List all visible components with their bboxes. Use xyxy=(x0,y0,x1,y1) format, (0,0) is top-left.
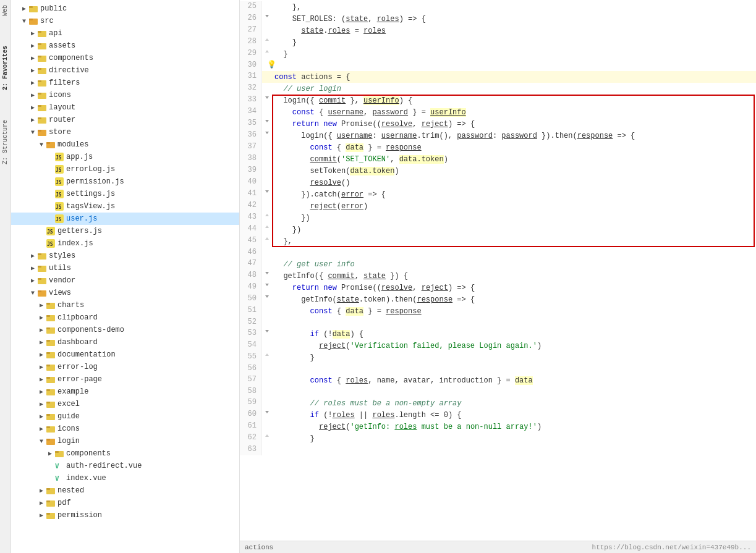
tree-item-settings.js[interactable]: JSsettings.js xyxy=(11,188,239,200)
tree-item-vendor[interactable]: ▶vendor xyxy=(11,274,239,287)
tree-arrow-icon[interactable]: ▶ xyxy=(28,252,37,260)
tree-arrow-icon[interactable]: ▶ xyxy=(20,5,28,12)
tree-item-permission[interactable]: ▶permission xyxy=(11,509,239,521)
fold-icon[interactable] xyxy=(262,305,272,317)
tree-item-store[interactable]: ▼store xyxy=(11,126,239,138)
fold-icon[interactable] xyxy=(262,106,272,118)
tree-arrow-icon[interactable]: ▶ xyxy=(37,302,46,309)
fold-icon[interactable] xyxy=(262,258,272,270)
tree-item-public[interactable]: ▶public xyxy=(11,2,239,15)
tree-item-charts[interactable]: ▶charts xyxy=(11,299,239,311)
tree-item-user.js[interactable]: JSuser.js xyxy=(11,213,239,225)
tree-arrow-icon[interactable]: ▶ xyxy=(37,351,46,358)
fold-icon[interactable] xyxy=(262,141,272,153)
tree-arrow-icon[interactable]: ▶ xyxy=(28,91,37,99)
tree-arrow-icon[interactable]: ▶ xyxy=(37,499,46,507)
tree-arrow-icon[interactable]: ▶ xyxy=(28,54,37,62)
fold-icon[interactable] xyxy=(262,270,272,282)
tree-item-nested[interactable]: ▶nested xyxy=(11,484,239,497)
fold-icon[interactable] xyxy=(262,83,272,95)
fold-icon[interactable] xyxy=(262,48,272,60)
fold-icon[interactable] xyxy=(262,421,272,433)
tree-arrow-icon[interactable]: ▶ xyxy=(37,326,46,334)
fold-icon[interactable] xyxy=(262,153,272,165)
tree-arrow-icon[interactable]: ▶ xyxy=(28,67,37,74)
tree-item-api[interactable]: ▶api xyxy=(11,27,239,40)
fold-icon[interactable] xyxy=(262,71,272,83)
fold-icon[interactable] xyxy=(262,212,272,224)
tree-item-app.js[interactable]: JSapp.js xyxy=(11,151,239,163)
fold-icon[interactable] xyxy=(262,328,272,340)
fold-icon[interactable] xyxy=(262,386,272,397)
tree-item-login[interactable]: ▼login xyxy=(11,435,239,447)
fold-icon[interactable] xyxy=(262,340,272,352)
tree-item-example[interactable]: ▶example xyxy=(11,386,239,398)
tree-arrow-icon[interactable]: ▼ xyxy=(28,290,37,297)
tree-arrow-icon[interactable]: ▶ xyxy=(46,450,54,457)
tree-item-error-page[interactable]: ▶error-page xyxy=(11,373,239,386)
tree-arrow-icon[interactable]: ▼ xyxy=(28,129,37,136)
vtab-favorites[interactable]: 2: Favorites xyxy=(1,43,10,93)
tree-arrow-icon[interactable]: ▶ xyxy=(37,376,46,383)
tree-arrow-icon[interactable]: ▼ xyxy=(20,18,28,25)
fold-icon[interactable] xyxy=(262,247,272,258)
fold-icon[interactable] xyxy=(262,374,272,386)
tree-arrow-icon[interactable]: ▶ xyxy=(37,425,46,433)
tree-item-icons[interactable]: ▶icons xyxy=(11,89,239,101)
fold-icon[interactable] xyxy=(262,409,272,421)
tree-item-layout[interactable]: ▶layout xyxy=(11,101,239,114)
tree-item-getters.js[interactable]: JSgetters.js xyxy=(11,225,239,237)
code-area[interactable]: 25 },26 SET_ROLES: (state, roles) => {27… xyxy=(240,0,756,541)
tree-item-router[interactable]: ▶router xyxy=(11,114,239,126)
tree-arrow-icon[interactable]: ▶ xyxy=(37,413,46,420)
fold-icon[interactable] xyxy=(262,165,272,177)
fold-icon[interactable] xyxy=(262,352,272,363)
fold-icon[interactable] xyxy=(262,118,272,130)
tree-arrow-icon[interactable]: ▶ xyxy=(37,400,46,408)
tree-item-clipboard[interactable]: ▶clipboard xyxy=(11,311,239,324)
tree-arrow-icon[interactable]: ▶ xyxy=(37,512,46,519)
tree-item-assets[interactable]: ▶assets xyxy=(11,40,239,52)
tree-arrow-icon[interactable]: ▶ xyxy=(37,363,46,371)
tree-item-src[interactable]: ▼src xyxy=(11,15,239,27)
tree-arrow-icon[interactable]: ▶ xyxy=(28,104,37,111)
tree-item-filters[interactable]: ▶filters xyxy=(11,77,239,89)
fold-icon[interactable] xyxy=(262,317,272,328)
vtab-web[interactable]: Web xyxy=(1,2,10,19)
tree-item-error-log[interactable]: ▶error-log xyxy=(11,361,239,373)
tree-item-index.js[interactable]: JSindex.js xyxy=(11,237,239,250)
fold-icon[interactable] xyxy=(262,25,272,36)
fold-icon[interactable] xyxy=(262,293,272,305)
tree-item-documentation[interactable]: ▶documentation xyxy=(11,348,239,361)
fold-icon[interactable] xyxy=(262,95,272,106)
tree-item-auth-redirect.vue[interactable]: Vauth-redirect.vue xyxy=(11,460,239,472)
fold-icon[interactable] xyxy=(262,363,272,374)
fold-icon[interactable] xyxy=(262,397,272,409)
fold-icon[interactable] xyxy=(262,200,272,212)
tree-item-components2[interactable]: ▶components xyxy=(11,447,239,460)
tree-item-tagsView.js[interactable]: JStagsView.js xyxy=(11,200,239,213)
fold-icon[interactable] xyxy=(262,130,272,141)
tree-item-index.vue[interactable]: Vindex.vue xyxy=(11,472,239,484)
tree-arrow-icon[interactable]: ▶ xyxy=(28,264,37,272)
tree-item-styles[interactable]: ▶styles xyxy=(11,250,239,262)
tree-item-modules[interactable]: ▼modules xyxy=(11,138,239,151)
tree-arrow-icon[interactable]: ▶ xyxy=(37,339,46,346)
tree-arrow-icon[interactable]: ▶ xyxy=(37,314,46,321)
tree-arrow-icon[interactable]: ▶ xyxy=(37,388,46,395)
tree-item-permission.js[interactable]: JSpermission.js xyxy=(11,175,239,188)
tree-arrow-icon[interactable]: ▼ xyxy=(37,438,46,445)
tree-item-guide[interactable]: ▶guide xyxy=(11,410,239,423)
tree-item-directive[interactable]: ▶directive xyxy=(11,64,239,77)
fold-icon[interactable] xyxy=(262,282,272,293)
fold-icon[interactable] xyxy=(262,235,272,247)
fold-icon[interactable] xyxy=(262,188,272,200)
tree-item-icons2[interactable]: ▶icons xyxy=(11,423,239,435)
tree-arrow-icon[interactable]: ▶ xyxy=(28,277,37,284)
vtab-structure[interactable]: Z: Structure xyxy=(1,117,10,167)
tree-item-components-demo[interactable]: ▶components-demo xyxy=(11,324,239,336)
tree-arrow-icon[interactable]: ▶ xyxy=(37,487,46,494)
tree-item-components[interactable]: ▶components xyxy=(11,52,239,64)
tree-item-dashboard[interactable]: ▶dashboard xyxy=(11,336,239,348)
fold-icon[interactable] xyxy=(262,444,272,455)
